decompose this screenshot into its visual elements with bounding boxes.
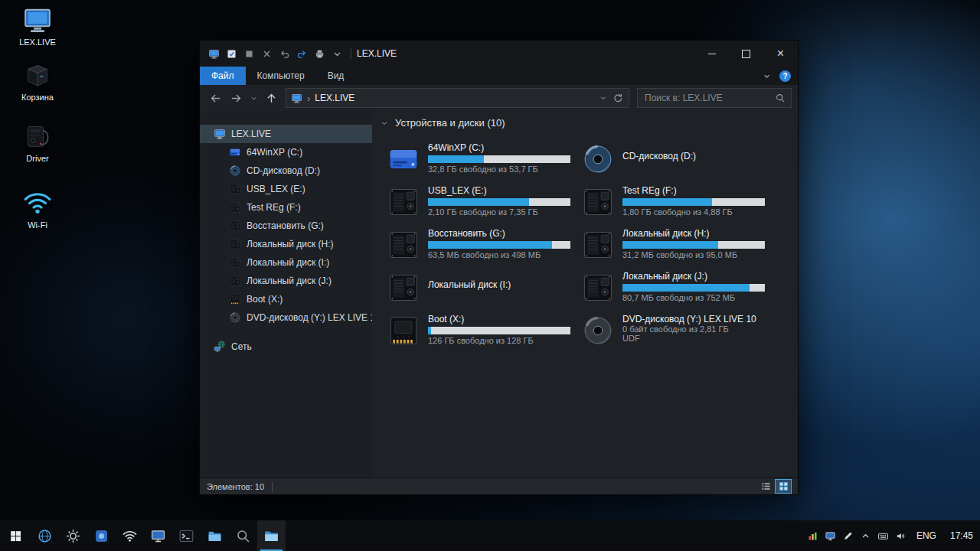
- taskbar: ENG 17:45: [0, 520, 980, 551]
- taskbar-icon-search[interactable]: [229, 520, 257, 551]
- up-icon[interactable]: [262, 89, 280, 107]
- sidebar-item-lexlive[interactable]: LEX.LIVE: [200, 125, 372, 143]
- search-box[interactable]: [637, 88, 792, 108]
- address-bar: › LEX.LIVE: [200, 85, 798, 111]
- hdd-icon: [386, 270, 421, 305]
- volume-icon[interactable]: [892, 520, 910, 551]
- sidebar-item-label: DVD-дисковод (Y:) LEX LIVE 10: [247, 312, 372, 323]
- language-indicator[interactable]: ENG: [910, 530, 943, 541]
- drive-usage-bar: [428, 327, 570, 334]
- taskbar-icon-terminal[interactable]: [172, 520, 201, 551]
- tab-file[interactable]: Файл: [200, 67, 246, 85]
- details-view-button[interactable]: [758, 480, 773, 493]
- display-icon[interactable]: [822, 520, 839, 551]
- taskbar-icon-display[interactable]: [144, 520, 172, 551]
- close-gray-icon[interactable]: [259, 46, 275, 62]
- sidebar-item-drive-h[interactable]: Локальный диск (H:): [200, 235, 372, 253]
- tab-computer[interactable]: Компьютер: [246, 67, 316, 85]
- desktop-icon-computer[interactable]: LEX.LIVE: [8, 5, 67, 47]
- close-button[interactable]: ×: [763, 41, 798, 67]
- navigation-pane: LEX.LIVE64WinXP (C:)CD-дисковод (D:)USB_…: [200, 111, 372, 478]
- address-dropdown-chevron-icon[interactable]: [597, 89, 609, 107]
- taskbar-icon-explorer[interactable]: [257, 520, 286, 551]
- collapse-chevron-icon[interactable]: [380, 119, 389, 128]
- drive-name: DVD-дисковод (Y:) LEX LIVE 10: [622, 314, 756, 324]
- keyboard-icon[interactable]: [874, 520, 892, 551]
- help-button[interactable]: ?: [779, 70, 791, 82]
- group-header[interactable]: Устройства и диски (10): [380, 117, 505, 129]
- sidebar-item-label: Восстановить (G:): [247, 220, 324, 231]
- hdd-icon: [229, 275, 241, 287]
- back-icon[interactable]: [206, 89, 224, 107]
- dvd-icon: [580, 313, 616, 348]
- sidebar-item-drive-d[interactable]: CD-дисковод (D:): [200, 161, 372, 180]
- ribbon-expand-chevron-icon[interactable]: [760, 67, 773, 85]
- square-icon[interactable]: [241, 46, 257, 62]
- desktop-icon-driver[interactable]: Driver: [8, 121, 67, 163]
- computer-icon: [214, 128, 226, 140]
- drive-usage-bar: [428, 155, 570, 163]
- address-controls: [597, 89, 624, 107]
- forward-icon[interactable]: [227, 89, 245, 107]
- caption-buttons: ×: [694, 41, 798, 67]
- refresh-icon[interactable]: [612, 89, 624, 107]
- system-tray: ENG 17:45: [804, 520, 980, 551]
- search-input[interactable]: [643, 92, 772, 104]
- pen-icon[interactable]: [839, 520, 857, 551]
- sidebar-item-drive-j[interactable]: Локальный диск (J:): [200, 272, 372, 290]
- checkbox-icon[interactable]: [224, 46, 240, 62]
- title-bar[interactable]: LEX.LIVE ×: [200, 41, 798, 67]
- sidebar-item-drive-i[interactable]: Локальный диск (I:): [200, 253, 372, 272]
- hdd-icon: [229, 220, 241, 232]
- hdd-icon: [229, 238, 241, 250]
- chevron-down-icon[interactable]: [329, 46, 345, 62]
- sidebar-item-drive-f[interactable]: Test REg (F:): [200, 198, 372, 217]
- taskbar-icon-folder[interactable]: [201, 520, 229, 551]
- history-chevron-icon[interactable]: [247, 89, 260, 107]
- large-icons-view-button[interactable]: [776, 480, 791, 493]
- drive-usage-fill: [622, 241, 718, 249]
- drive-tile-j[interactable]: Локальный диск (J:)80,7 МБ свободно из 7…: [580, 270, 773, 308]
- drive-filesystem: UDF: [622, 334, 756, 343]
- sidebar-item-network[interactable]: Сеть: [200, 337, 372, 356]
- maximize-button[interactable]: [729, 41, 763, 67]
- desktop-icon-wifi[interactable]: Wi-Fi: [8, 187, 67, 230]
- drive-tile-d[interactable]: CD-дисковод (D:): [580, 142, 773, 180]
- taskbar-icon-settings[interactable]: [59, 520, 87, 551]
- desktop-icon-recycle-bin[interactable]: Корзина: [8, 60, 67, 102]
- computer-icon[interactable]: [206, 46, 222, 62]
- taskbar-icon-app[interactable]: [87, 520, 116, 551]
- drive-tile-h[interactable]: Локальный диск (H:)31,2 МБ свободно из 9…: [580, 227, 773, 266]
- drive-tile-g[interactable]: Восстановить (G:)63,5 МБ свободно из 498…: [386, 227, 579, 266]
- minimize-button[interactable]: [694, 41, 729, 67]
- drive-tile-y[interactable]: DVD-дисковод (Y:) LEX LIVE 100 байт своб…: [580, 313, 773, 351]
- sidebar-item-drive-y[interactable]: DVD-дисковод (Y:) LEX LIVE 10: [200, 308, 372, 327]
- clock[interactable]: 17:45: [943, 530, 980, 541]
- device-icon[interactable]: [312, 46, 328, 62]
- drive-tile-f[interactable]: Test REg (F:)1,80 ГБ свободно из 4,88 ГБ: [580, 184, 773, 223]
- redo-icon[interactable]: [294, 46, 310, 62]
- computer-icon: [291, 93, 302, 104]
- drive-tile-e[interactable]: USB_LEX (E:)2,10 ГБ свободно из 7,35 ГБ: [386, 184, 579, 223]
- undo-icon[interactable]: [276, 46, 292, 62]
- start-button[interactable]: [0, 520, 31, 551]
- chevron-up-icon[interactable]: [857, 520, 874, 551]
- drive-tile-x[interactable]: Boot (X:)126 ГБ свободно из 128 ГБ: [386, 313, 579, 351]
- window-title: LEX.LIVE: [357, 48, 397, 59]
- sidebar-item-drive-e[interactable]: USB_LEX (E:): [200, 180, 372, 198]
- hdd-blue-icon: [229, 146, 241, 158]
- content-pane: Устройства и диски (10) 64WinXP (C:)32,8…: [372, 111, 798, 478]
- sidebar-item-label: 64WinXP (C:): [247, 147, 302, 158]
- sidebar-item-drive-x[interactable]: Boot (X:): [200, 290, 372, 308]
- drive-tile-c[interactable]: 64WinXP (C:)32,8 ГБ свободно из 53,7 ГБ: [386, 142, 579, 180]
- tab-view[interactable]: Вид: [316, 67, 356, 85]
- taskbar-icon-browser[interactable]: [31, 520, 59, 551]
- chart-icon[interactable]: [804, 520, 822, 551]
- drive-name: 64WinXP (C:): [428, 142, 570, 153]
- sidebar-item-drive-g[interactable]: Восстановить (G:): [200, 217, 372, 235]
- breadcrumb[interactable]: LEX.LIVE: [315, 93, 354, 103]
- drive-tile-i[interactable]: Локальный диск (I:): [386, 270, 579, 308]
- sidebar-item-drive-c[interactable]: 64WinXP (C:): [200, 143, 372, 161]
- address-box[interactable]: › LEX.LIVE: [286, 88, 629, 108]
- taskbar-icon-wifi[interactable]: [116, 520, 144, 551]
